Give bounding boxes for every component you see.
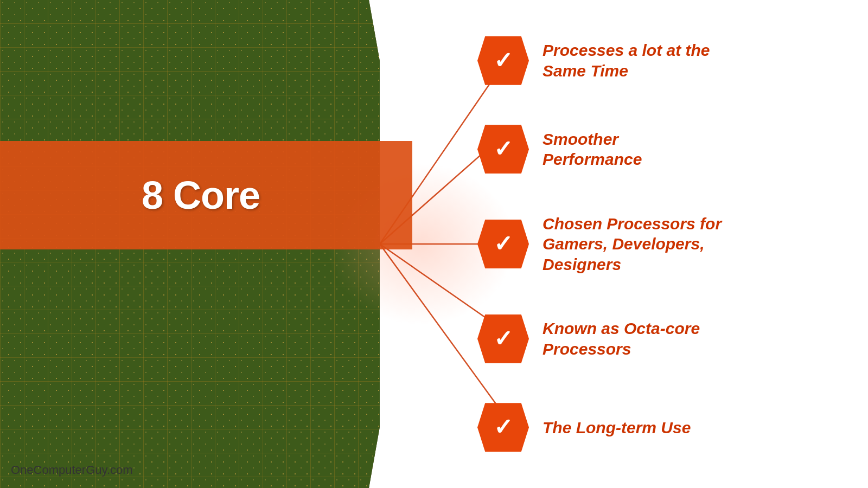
feature-item-1: ✓ Processes a lot at theSame Time [477,36,857,85]
core-label: 8 Core [142,173,260,217]
checkmark-icon-3: ✓ [494,233,513,255]
feature-text-1: Processes a lot at theSame Time [542,40,710,81]
website-credit: OneComputerGuy.com [11,463,133,477]
feature-item-3: ✓ Chosen Processors forGamers, Developer… [477,214,857,275]
features-list: ✓ Processes a lot at theSame Time ✓ Smoo… [477,0,857,488]
checkmark-icon-5: ✓ [494,416,513,439]
feature-text-3: Chosen Processors forGamers, Developers,… [542,214,722,275]
checkmark-icon-1: ✓ [494,49,513,72]
feature-badge-5: ✓ [477,403,529,452]
orange-banner: 8 Core [0,141,412,249]
feature-badge-2: ✓ [477,125,529,174]
feature-item-4: ✓ Known as Octa-coreProcessors [477,314,857,363]
checkmark-icon-4: ✓ [494,328,513,350]
feature-badge-4: ✓ [477,314,529,363]
feature-item-5: ✓ The Long-term Use [477,403,857,452]
feature-badge-1: ✓ [477,36,529,85]
feature-text-4: Known as Octa-coreProcessors [542,318,700,359]
checkmark-icon-2: ✓ [494,138,513,160]
feature-item-2: ✓ SmootherPerformance [477,125,857,174]
feature-badge-3: ✓ [477,220,529,268]
feature-text-5: The Long-term Use [542,418,691,438]
right-section: ✓ Processes a lot at theSame Time ✓ Smoo… [380,0,868,488]
feature-text-2: SmootherPerformance [542,129,642,170]
